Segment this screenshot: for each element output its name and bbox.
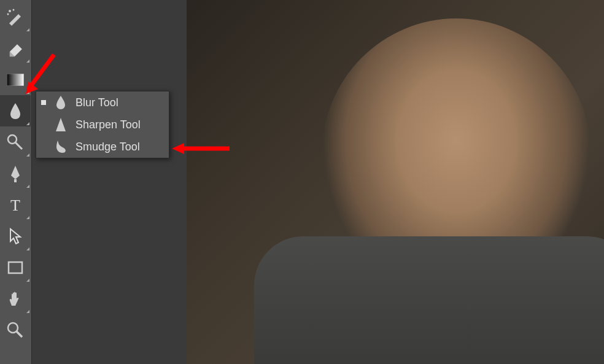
flyout-indicator	[26, 28, 29, 31]
annotation-arrow-tool	[25, 52, 56, 96]
photo-document[interactable]	[187, 0, 604, 364]
flyout-indicator	[26, 216, 29, 219]
flyout-item-smudge[interactable]: Smudge Tool	[36, 136, 169, 158]
flyout-label: Sharpen Tool	[76, 118, 141, 131]
flyout-indicator	[26, 279, 29, 282]
svg-rect-7	[9, 262, 22, 273]
svg-text:T: T	[10, 197, 20, 213]
flyout-indicator	[26, 247, 29, 250]
healing-brush-tool[interactable]	[0, 1, 31, 33]
svg-rect-5	[14, 179, 17, 182]
dodge-tool[interactable]	[0, 126, 31, 158]
sharpen-icon	[52, 117, 69, 132]
svg-rect-3	[7, 74, 24, 86]
type-tool[interactable]: T	[0, 189, 31, 220]
path-selection-tool[interactable]	[0, 220, 31, 252]
flyout-label: Blur Tool	[76, 96, 118, 109]
selected-indicator	[41, 122, 46, 127]
hand-tool[interactable]	[0, 283, 31, 314]
rectangle-tool[interactable]	[0, 252, 31, 283]
selected-indicator	[41, 144, 46, 149]
smudge-icon	[52, 139, 69, 154]
svg-point-1	[13, 9, 15, 10]
selected-indicator	[41, 100, 46, 105]
flyout-item-sharpen[interactable]: Sharpen Tool	[36, 114, 169, 136]
svg-point-2	[7, 13, 9, 15]
svg-point-8	[8, 323, 18, 333]
pen-tool[interactable]	[0, 158, 31, 189]
flyout-indicator	[26, 310, 29, 313]
flyout-label: Smudge Tool	[76, 141, 140, 153]
blur-tool-flyout: Blur Tool Sharpen Tool Smudge Tool	[36, 91, 169, 158]
flyout-indicator	[26, 153, 29, 157]
canvas-workspace	[32, 0, 604, 364]
flyout-indicator	[26, 185, 29, 188]
zoom-tool[interactable]	[0, 314, 31, 346]
blur-tool[interactable]	[0, 95, 31, 126]
svg-point-0	[9, 10, 11, 12]
svg-point-4	[8, 135, 17, 144]
annotation-arrow-smudge	[171, 141, 232, 156]
blur-icon	[52, 95, 69, 110]
flyout-indicator	[26, 122, 29, 125]
